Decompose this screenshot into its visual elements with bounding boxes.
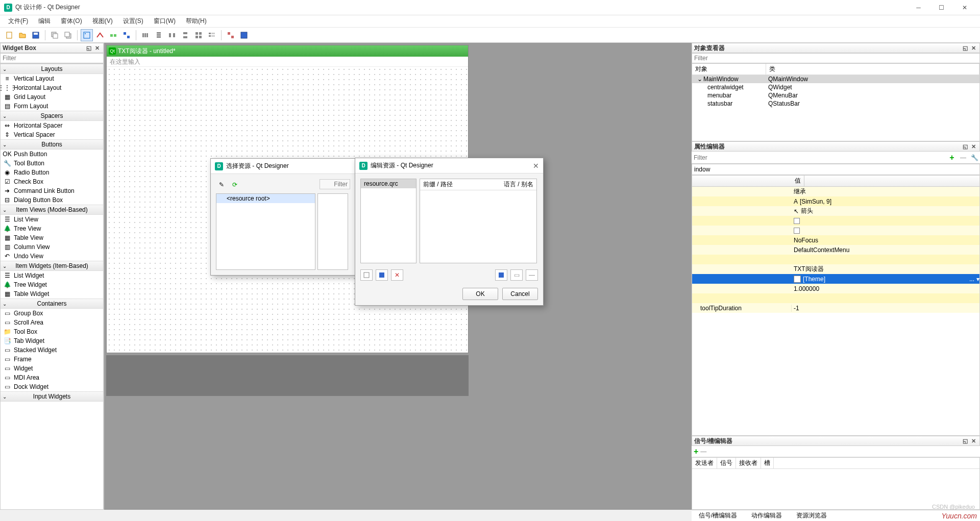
widget-item[interactable]: ≡Vertical Layout — [1, 74, 103, 83]
restore-icon[interactable]: ◱ — [961, 437, 969, 445]
property-row[interactable]: [Theme]...▾ — [692, 274, 979, 284]
bring-front-icon[interactable] — [62, 29, 74, 41]
add-file-icon[interactable]: ▭ — [510, 269, 523, 281]
widget-item[interactable]: ▥Column View — [1, 242, 103, 252]
new-qrc-icon[interactable] — [360, 269, 373, 281]
remove-property-icon[interactable]: — — [958, 153, 969, 163]
property-row[interactable]: A [SimSun, 9] — [692, 196, 979, 206]
resource-preview[interactable] — [317, 193, 348, 270]
close-icon[interactable]: ✕ — [969, 142, 977, 151]
property-row[interactable]: DefaultContextMenu — [692, 245, 979, 255]
edit-signals-icon[interactable] — [94, 29, 106, 41]
menu-window[interactable]: 窗口(W) — [149, 16, 181, 27]
widget-box-filter[interactable] — [0, 53, 104, 63]
widget-item[interactable]: ☑Check Box — [1, 177, 103, 186]
resource-tree[interactable]: <resource root> — [216, 193, 315, 270]
edit-taborder-icon[interactable] — [120, 29, 133, 41]
cancel-button[interactable]: Cancel — [502, 288, 538, 300]
property-object-selector[interactable]: indow — [692, 164, 980, 175]
property-row[interactable]: NoFocus — [692, 235, 979, 245]
layout-v-icon[interactable] — [153, 29, 165, 41]
send-back-icon[interactable] — [48, 29, 61, 41]
remove-qrc-icon[interactable]: ✕ — [391, 269, 403, 281]
restore-icon[interactable]: ◱ — [85, 44, 93, 52]
widget-item[interactable]: ▭Group Box — [1, 309, 103, 318]
add-signal-icon[interactable]: + — [694, 447, 698, 456]
widget-category[interactable]: ⌄Item Widgets (Item-Based) — [1, 261, 103, 271]
widget-item[interactable]: 📁Tool Box — [1, 327, 103, 336]
checkbox-icon[interactable] — [794, 228, 800, 234]
tab-signal-slot[interactable]: 信号/槽编辑器 — [696, 510, 740, 521]
property-row[interactable]: toolTipDuration-1 — [692, 303, 979, 313]
new-file-icon[interactable] — [3, 29, 15, 41]
widget-item[interactable]: 📑Tab Widget — [1, 336, 103, 345]
col-value[interactable]: 值 — [792, 176, 804, 186]
layout-hsplit-icon[interactable] — [166, 29, 178, 41]
widget-category[interactable]: ⌄Containers — [1, 299, 103, 309]
property-row[interactable]: 继承 — [692, 187, 979, 196]
menu-edit[interactable]: 编辑 — [33, 16, 56, 27]
widget-category[interactable]: ⌄Layouts — [1, 64, 103, 74]
object-tree-row[interactable]: statusbarQStatusBar — [692, 100, 979, 108]
menu-view[interactable]: 视图(V) — [87, 16, 118, 27]
remove-file-icon[interactable]: — — [526, 269, 538, 281]
layout-vsplit-icon[interactable] — [179, 29, 191, 41]
widget-item[interactable]: ▦Grid Layout — [1, 92, 103, 102]
object-tree-row[interactable]: centralwidgetQWidget — [692, 83, 979, 91]
new-prefix-icon[interactable] — [495, 269, 507, 281]
property-grid[interactable]: 属性 值 继承A [SimSun, 9]↖ 箭头NoFocusDefaultCo… — [692, 175, 980, 436]
wrench-icon[interactable]: 🔧 — [969, 153, 980, 163]
widget-item[interactable]: ⋮⋮⋮Horizontal Layout — [1, 83, 103, 92]
property-row[interactable] — [692, 293, 979, 303]
col-object[interactable]: 对象 — [692, 64, 766, 75]
qrc-file-item[interactable]: resource.qrc — [361, 179, 416, 188]
widget-item[interactable]: ▦Table View — [1, 233, 103, 242]
save-icon[interactable] — [30, 29, 42, 41]
widget-item[interactable]: ▭Widget — [1, 364, 103, 373]
menu-file[interactable]: 文件(F) — [3, 16, 33, 27]
object-tree[interactable]: 对象 类 ⌄ MainWindowQMainWindow centralwidg… — [692, 63, 980, 141]
widget-item[interactable]: ▭Stacked Widget — [1, 345, 103, 355]
layout-h-icon[interactable] — [139, 29, 152, 41]
restore-icon[interactable]: ◱ — [961, 44, 969, 52]
close-icon[interactable]: ✕ — [969, 437, 977, 445]
object-tree-row[interactable]: menubarQMenuBar — [692, 91, 979, 100]
widget-item[interactable]: 🌲Tree View — [1, 224, 103, 233]
layout-form-icon[interactable] — [206, 29, 218, 41]
widget-box-tree[interactable]: ⌄Layouts≡Vertical Layout⋮⋮⋮Horizontal La… — [0, 63, 104, 510]
widget-item[interactable]: ▦Table Widget — [1, 289, 103, 299]
widget-item[interactable]: ◉Radio Button — [1, 168, 103, 177]
widget-item[interactable]: ☰List View — [1, 215, 103, 224]
widget-category[interactable]: ⌄Item Views (Model-Based) — [1, 205, 103, 215]
maximize-button[interactable]: ☐ — [930, 1, 953, 15]
dialog-close-icon[interactable]: ✕ — [533, 162, 539, 170]
widget-category[interactable]: ⌄Input Widgets — [1, 391, 103, 402]
signal-slot-table[interactable]: 发送者 信号 接收者 槽 — [692, 457, 980, 510]
widget-item[interactable]: ▤Form Layout — [1, 102, 103, 111]
close-icon[interactable]: ✕ — [969, 44, 977, 52]
close-button[interactable]: ✕ — [953, 1, 976, 15]
property-row[interactable]: TXT阅读器 — [692, 264, 979, 274]
pencil-icon[interactable]: ✎ — [216, 179, 227, 190]
property-row[interactable]: 1.000000 — [692, 284, 979, 293]
property-row[interactable] — [692, 226, 979, 235]
col-sender[interactable]: 发送者 — [692, 458, 717, 468]
open-file-icon[interactable] — [16, 29, 29, 41]
adjust-size-icon[interactable] — [238, 29, 250, 41]
prefix-path-list[interactable]: 前缀 / 路径 语言 / 别名 — [420, 179, 537, 263]
col-signal[interactable]: 信号 — [717, 458, 736, 468]
widget-item[interactable]: ▭Scroll Area — [1, 318, 103, 327]
restore-icon[interactable]: ◱ — [961, 142, 969, 151]
form-menubar[interactable]: 在这里输入 — [107, 57, 468, 67]
widget-item[interactable]: 🌲Tree Widget — [1, 280, 103, 289]
open-qrc-icon[interactable] — [376, 269, 388, 281]
object-inspector-filter[interactable] — [692, 53, 980, 63]
qrc-file-list[interactable]: resource.qrc — [360, 179, 416, 263]
tab-resource-browser[interactable]: 资源浏览器 — [793, 510, 830, 521]
add-property-icon[interactable]: + — [946, 153, 958, 163]
widget-category[interactable]: ⌄Spacers — [1, 111, 103, 121]
widget-item[interactable]: ▭Frame — [1, 355, 103, 364]
layout-grid-icon[interactable] — [192, 29, 205, 41]
widget-item[interactable]: OKPush Button — [1, 150, 103, 159]
minimize-button[interactable]: ─ — [907, 1, 930, 15]
